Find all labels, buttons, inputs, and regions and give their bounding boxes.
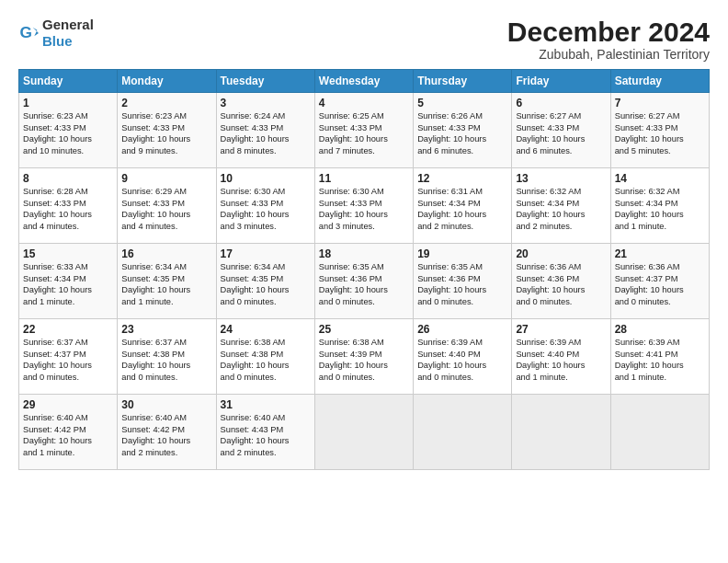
day-cell: 10Sunrise: 6:30 AMSunset: 4:33 PMDayligh… [216,168,314,244]
day-cell: 30Sunrise: 6:40 AMSunset: 4:42 PMDayligh… [118,395,216,470]
day-info: Sunrise: 6:28 AMSunset: 4:33 PMDaylight:… [23,186,113,232]
day-number: 10 [221,172,311,185]
day-number: 12 [417,172,507,185]
day-info: Sunrise: 6:29 AMSunset: 4:33 PMDaylight:… [121,186,211,232]
col-header-monday: Monday [118,70,216,93]
col-header-tuesday: Tuesday [216,70,314,93]
header: G General Blue December 2024 Zububah, Pa… [18,17,710,62]
day-cell: 14Sunrise: 6:32 AMSunset: 4:34 PMDayligh… [610,168,709,244]
week-row-2: 8Sunrise: 6:28 AMSunset: 4:33 PMDaylight… [19,168,710,244]
day-cell: 9Sunrise: 6:29 AMSunset: 4:33 PMDaylight… [118,168,216,244]
day-cell: 18Sunrise: 6:35 AMSunset: 4:36 PMDayligh… [314,244,413,319]
day-number: 14 [615,172,705,185]
col-header-friday: Friday [512,70,610,93]
day-cell [414,395,512,470]
day-cell: 19Sunrise: 6:35 AMSunset: 4:36 PMDayligh… [414,244,512,319]
day-cell: 8Sunrise: 6:28 AMSunset: 4:33 PMDaylight… [19,168,118,244]
day-info: Sunrise: 6:27 AMSunset: 4:33 PMDaylight:… [615,110,705,156]
header-row: SundayMondayTuesdayWednesdayThursdayFrid… [19,70,710,93]
day-cell: 26Sunrise: 6:39 AMSunset: 4:40 PMDayligh… [414,319,512,395]
day-info: Sunrise: 6:25 AMSunset: 4:33 PMDaylight:… [319,110,409,156]
day-cell: 16Sunrise: 6:34 AMSunset: 4:35 PMDayligh… [118,244,216,319]
day-number: 24 [221,323,311,336]
logo-general: General [42,17,94,32]
day-cell: 21Sunrise: 6:36 AMSunset: 4:37 PMDayligh… [610,244,709,319]
day-info: Sunrise: 6:36 AMSunset: 4:37 PMDaylight:… [615,261,705,307]
svg-text:G: G [20,23,32,41]
day-info: Sunrise: 6:30 AMSunset: 4:33 PMDaylight:… [319,186,409,232]
day-number: 9 [121,172,211,185]
day-info: Sunrise: 6:35 AMSunset: 4:36 PMDaylight:… [417,261,507,307]
day-number: 11 [319,172,409,185]
day-cell: 3Sunrise: 6:24 AMSunset: 4:33 PMDaylight… [216,93,314,168]
day-number: 17 [221,247,311,260]
day-cell: 1Sunrise: 6:23 AMSunset: 4:33 PMDaylight… [19,93,118,168]
col-header-thursday: Thursday [414,70,512,93]
day-cell: 25Sunrise: 6:38 AMSunset: 4:39 PMDayligh… [314,319,413,395]
day-cell: 4Sunrise: 6:25 AMSunset: 4:33 PMDaylight… [314,93,413,168]
day-info: Sunrise: 6:40 AMSunset: 4:43 PMDaylight:… [221,412,311,458]
day-info: Sunrise: 6:39 AMSunset: 4:41 PMDaylight:… [615,337,705,383]
day-info: Sunrise: 6:37 AMSunset: 4:38 PMDaylight:… [121,337,211,383]
day-cell: 2Sunrise: 6:23 AMSunset: 4:33 PMDaylight… [118,93,216,168]
logo: G General Blue [18,17,94,50]
day-cell: 29Sunrise: 6:40 AMSunset: 4:42 PMDayligh… [19,395,118,470]
day-info: Sunrise: 6:31 AMSunset: 4:34 PMDaylight:… [417,186,507,232]
col-header-wednesday: Wednesday [314,70,413,93]
day-info: Sunrise: 6:30 AMSunset: 4:33 PMDaylight:… [221,186,311,232]
day-number: 4 [319,97,409,109]
day-info: Sunrise: 6:23 AMSunset: 4:33 PMDaylight:… [121,110,211,156]
day-number: 26 [417,323,507,336]
day-number: 2 [121,97,211,109]
day-number: 13 [516,172,606,185]
day-info: Sunrise: 6:34 AMSunset: 4:35 PMDaylight:… [221,261,311,307]
day-cell: 13Sunrise: 6:32 AMSunset: 4:34 PMDayligh… [512,168,610,244]
day-cell: 22Sunrise: 6:37 AMSunset: 4:37 PMDayligh… [19,319,118,395]
col-header-sunday: Sunday [19,70,118,93]
week-row-5: 29Sunrise: 6:40 AMSunset: 4:42 PMDayligh… [19,395,710,470]
day-number: 7 [615,97,705,109]
day-info: Sunrise: 6:32 AMSunset: 4:34 PMDaylight:… [516,186,606,232]
logo-icon: G [18,23,39,43]
day-cell: 20Sunrise: 6:36 AMSunset: 4:36 PMDayligh… [512,244,610,319]
day-number: 22 [23,323,113,336]
calendar-table: SundayMondayTuesdayWednesdayThursdayFrid… [18,69,710,470]
week-row-4: 22Sunrise: 6:37 AMSunset: 4:37 PMDayligh… [19,319,710,395]
day-info: Sunrise: 6:36 AMSunset: 4:36 PMDaylight:… [516,261,606,307]
day-cell: 31Sunrise: 6:40 AMSunset: 4:43 PMDayligh… [216,395,314,470]
day-number: 25 [319,323,409,336]
day-info: Sunrise: 6:33 AMSunset: 4:34 PMDaylight:… [23,261,113,307]
title-block: December 2024 Zububah, Palestinian Terri… [507,17,710,62]
month-title: December 2024 [507,17,710,47]
day-cell: 27Sunrise: 6:39 AMSunset: 4:40 PMDayligh… [512,319,610,395]
day-cell [512,395,610,470]
day-cell: 6Sunrise: 6:27 AMSunset: 4:33 PMDaylight… [512,93,610,168]
page: G General Blue December 2024 Zububah, Pa… [0,0,728,563]
day-info: Sunrise: 6:38 AMSunset: 4:39 PMDaylight:… [319,337,409,383]
day-info: Sunrise: 6:24 AMSunset: 4:33 PMDaylight:… [221,110,311,156]
day-cell: 12Sunrise: 6:31 AMSunset: 4:34 PMDayligh… [414,168,512,244]
day-number: 5 [417,97,507,109]
day-number: 1 [23,97,113,109]
day-info: Sunrise: 6:39 AMSunset: 4:40 PMDaylight:… [516,337,606,383]
day-number: 29 [23,398,113,411]
day-info: Sunrise: 6:26 AMSunset: 4:33 PMDaylight:… [417,110,507,156]
day-number: 19 [417,247,507,260]
day-number: 16 [121,247,211,260]
day-cell: 17Sunrise: 6:34 AMSunset: 4:35 PMDayligh… [216,244,314,319]
day-cell: 24Sunrise: 6:38 AMSunset: 4:38 PMDayligh… [216,319,314,395]
day-info: Sunrise: 6:40 AMSunset: 4:42 PMDaylight:… [23,412,113,458]
day-info: Sunrise: 6:37 AMSunset: 4:37 PMDaylight:… [23,337,113,383]
day-info: Sunrise: 6:27 AMSunset: 4:33 PMDaylight:… [516,110,606,156]
day-cell: 15Sunrise: 6:33 AMSunset: 4:34 PMDayligh… [19,244,118,319]
day-cell: 23Sunrise: 6:37 AMSunset: 4:38 PMDayligh… [118,319,216,395]
day-number: 20 [516,247,606,260]
day-number: 23 [121,323,211,336]
day-info: Sunrise: 6:39 AMSunset: 4:40 PMDaylight:… [417,337,507,383]
day-number: 6 [516,97,606,109]
day-info: Sunrise: 6:40 AMSunset: 4:42 PMDaylight:… [121,412,211,458]
day-info: Sunrise: 6:23 AMSunset: 4:33 PMDaylight:… [23,110,113,156]
day-number: 18 [319,247,409,260]
logo-wordmark: General Blue [42,17,94,50]
day-cell: 7Sunrise: 6:27 AMSunset: 4:33 PMDaylight… [610,93,709,168]
